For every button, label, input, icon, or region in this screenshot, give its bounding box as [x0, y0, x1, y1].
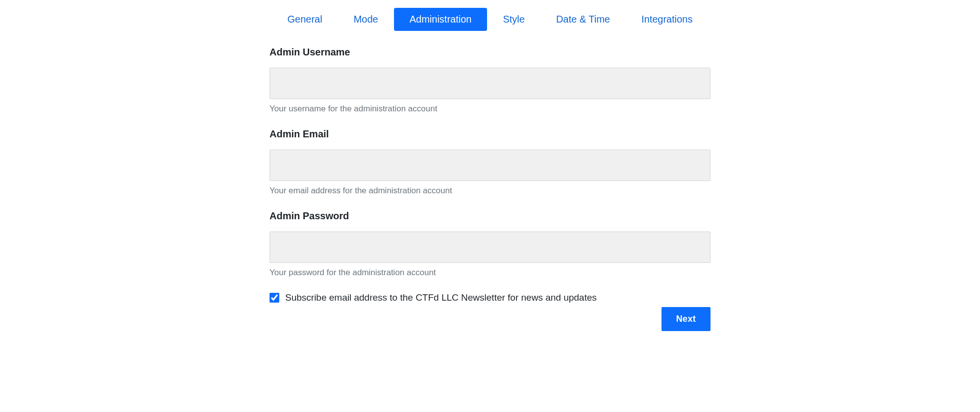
form-group-email: Admin Email Your email address for the a… — [270, 129, 710, 196]
newsletter-checkbox[interactable] — [270, 293, 279, 303]
button-row: Next — [270, 307, 710, 331]
form-group-username: Admin Username Your username for the adm… — [270, 47, 710, 114]
admin-username-label: Admin Username — [270, 47, 710, 58]
tab-date-time[interactable]: Date & Time — [540, 8, 626, 31]
tab-mode[interactable]: Mode — [338, 8, 394, 31]
admin-email-input[interactable] — [270, 150, 710, 181]
admin-password-help: Your password for the administration acc… — [270, 268, 710, 278]
setup-tabs: General Mode Administration Style Date &… — [270, 8, 710, 31]
admin-email-help: Your email address for the administratio… — [270, 186, 710, 196]
form-group-password: Admin Password Your password for the adm… — [270, 210, 710, 278]
tab-general[interactable]: General — [272, 8, 338, 31]
newsletter-label: Subscribe email address to the CTFd LLC … — [285, 292, 597, 303]
next-button[interactable]: Next — [662, 307, 710, 331]
admin-email-label: Admin Email — [270, 129, 710, 140]
tab-style[interactable]: Style — [487, 8, 540, 31]
admin-password-input[interactable] — [270, 232, 710, 263]
tab-administration[interactable]: Administration — [394, 8, 488, 31]
admin-username-input[interactable] — [270, 68, 710, 99]
admin-password-label: Admin Password — [270, 210, 710, 222]
newsletter-row: Subscribe email address to the CTFd LLC … — [270, 292, 710, 303]
admin-username-help: Your username for the administration acc… — [270, 104, 710, 114]
tab-integrations[interactable]: Integrations — [626, 8, 709, 31]
